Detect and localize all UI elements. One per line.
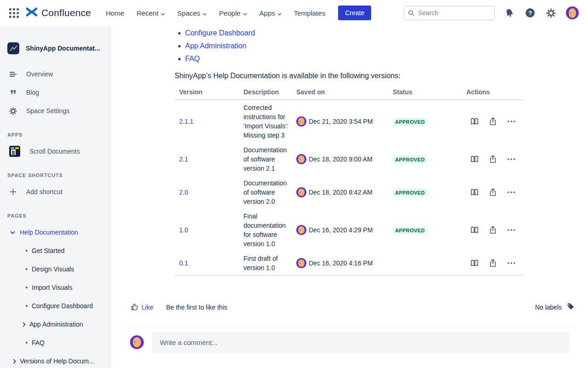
- sidebar-item-overview[interactable]: Overview: [0, 65, 110, 83]
- page-tree-get-started[interactable]: Get Started: [0, 242, 110, 260]
- export-share-icon[interactable]: [488, 225, 498, 235]
- space-sidebar: ShinyApp Documentat... Overview Blog Spa…: [0, 26, 111, 368]
- version-link[interactable]: 0.1: [179, 259, 188, 267]
- versions-table: Version Description Saved on Status Acti…: [175, 88, 524, 276]
- notifications-bell-icon[interactable]: [504, 7, 515, 18]
- like-button[interactable]: Like: [130, 303, 153, 312]
- toc-link-app-administration[interactable]: App Administration: [185, 42, 246, 50]
- table-row: 2.1.1 Corrected instructions for 'Import…: [175, 100, 524, 143]
- version-link[interactable]: 2.0: [179, 189, 188, 196]
- chevron-down-icon: [243, 9, 247, 17]
- confluence-logo[interactable]: Confluence: [26, 6, 91, 20]
- like-label: Like: [141, 304, 153, 311]
- read-view-book-icon[interactable]: [470, 117, 479, 126]
- page-tree-design-visuals[interactable]: Design Visuals: [0, 260, 110, 278]
- toc-item: FAQ: [178, 52, 255, 65]
- more-actions-ellipsis-icon[interactable]: [507, 188, 516, 197]
- more-actions-ellipsis-icon[interactable]: [507, 225, 516, 235]
- nav-recent[interactable]: Recent: [136, 9, 165, 17]
- page-content: Configure Dashboard App Administration F…: [111, 26, 588, 368]
- primary-nav: Home Recent Spaces People Apps Templates: [106, 9, 325, 17]
- saved-on-date: Dec 16, 2020 4:29 PM: [309, 226, 373, 234]
- plus-icon: [9, 187, 17, 196]
- app-switcher-icon[interactable]: [8, 7, 19, 18]
- more-actions-ellipsis-icon[interactable]: [507, 259, 516, 268]
- page-tree-import-visuals[interactable]: Import Visuals: [0, 278, 110, 297]
- author-avatar[interactable]: [296, 154, 306, 164]
- more-actions-ellipsis-icon[interactable]: [507, 155, 516, 164]
- space-name: ShinyApp Documentat...: [26, 45, 100, 52]
- bullet-dot: [26, 305, 28, 307]
- add-shortcut-button[interactable]: Add shortcut: [0, 183, 110, 201]
- gear-icon: [9, 107, 17, 115]
- nav-spaces[interactable]: Spaces: [177, 9, 207, 17]
- author-avatar[interactable]: [296, 258, 306, 268]
- table-header-row: Version Description Saved on Status Acti…: [175, 88, 524, 100]
- chevron-right-icon[interactable]: [23, 322, 26, 327]
- page-tree-help-documentation[interactable]: Help Documentation: [0, 223, 110, 242]
- version-link[interactable]: 2.1: [179, 155, 188, 163]
- read-view-book-icon[interactable]: [470, 225, 479, 235]
- read-view-book-icon[interactable]: [470, 155, 479, 164]
- sidebar-item-label: Space Settings: [26, 107, 69, 115]
- sidebar-item-label: Scroll Documents: [29, 148, 80, 155]
- export-share-icon[interactable]: [488, 188, 498, 197]
- table-body: 2.1.1 Corrected instructions for 'Import…: [175, 100, 524, 276]
- sidebar-item-blog[interactable]: Blog: [0, 83, 110, 102]
- sidebar-nav: Overview Blog Space Settings: [0, 65, 110, 120]
- table-row: 2.0 Documentation of software version 2.…: [175, 176, 524, 209]
- bullet-dot: [26, 342, 28, 344]
- col-header-status: Status: [388, 88, 462, 96]
- comment-section-divider: [124, 328, 575, 328]
- labels-text: No labels: [535, 304, 562, 311]
- chevron-down-icon: [203, 9, 207, 17]
- nav-people[interactable]: People: [219, 9, 247, 17]
- export-share-icon[interactable]: [488, 259, 498, 268]
- read-view-book-icon[interactable]: [470, 188, 479, 197]
- thumbs-up-icon: [130, 303, 139, 312]
- labels-group[interactable]: No labels: [535, 303, 574, 312]
- sidebar-item-label: Overview: [26, 70, 53, 78]
- like-and-labels-row: Like Be the first to like this No labels: [124, 301, 574, 314]
- svg-text:?: ?: [528, 10, 532, 17]
- row-actions: [462, 259, 524, 268]
- read-view-book-icon[interactable]: [470, 259, 479, 268]
- author-avatar[interactable]: [296, 187, 306, 197]
- sidebar-item-scroll-documents[interactable]: Scroll Documents: [0, 142, 110, 161]
- settings-gear-icon[interactable]: [545, 7, 556, 18]
- export-share-icon[interactable]: [488, 117, 498, 126]
- table-row: 1.0 Final documentation for software ver…: [175, 209, 524, 251]
- help-icon[interactable]: ?: [525, 7, 536, 18]
- page-tree-versions-of-help-doc[interactable]: Versions of Help Docum...: [0, 352, 110, 368]
- more-actions-ellipsis-icon[interactable]: [507, 117, 516, 126]
- row-actions: [462, 117, 524, 126]
- create-button[interactable]: Create: [338, 6, 371, 20]
- version-description: Documentation of software version 2.0: [239, 178, 292, 206]
- page-link-label: Help Documentation: [20, 229, 78, 236]
- page-tree-configure-dashboard[interactable]: Configure Dashboard: [0, 297, 110, 315]
- author-avatar[interactable]: [296, 116, 306, 126]
- toc-link-faq[interactable]: FAQ: [185, 55, 200, 63]
- user-avatar[interactable]: [566, 6, 579, 19]
- nav-templates[interactable]: Templates: [294, 9, 325, 17]
- comment-input[interactable]: [152, 332, 570, 353]
- toc-link-configure-dashboard[interactable]: Configure Dashboard: [185, 29, 255, 37]
- sidebar-item-space-settings[interactable]: Space Settings: [0, 102, 110, 120]
- version-link[interactable]: 2.1.1: [179, 118, 193, 125]
- page-tree-faq[interactable]: FAQ: [0, 334, 110, 352]
- nav-home[interactable]: Home: [106, 9, 124, 17]
- overview-lines-icon: [9, 70, 17, 78]
- author-avatar[interactable]: [296, 225, 306, 235]
- chevron-down-icon: [277, 9, 282, 17]
- chevron-right-icon[interactable]: [13, 359, 17, 364]
- export-share-icon[interactable]: [488, 155, 498, 164]
- row-actions: [462, 155, 524, 164]
- version-link[interactable]: 1.0: [179, 226, 188, 234]
- search-input[interactable]: [404, 6, 495, 20]
- page-tree-app-administration[interactable]: App Administration: [0, 315, 110, 334]
- chevron-down-icon[interactable]: [10, 229, 15, 236]
- space-header[interactable]: ShinyApp Documentat...: [0, 26, 110, 54]
- saved-on-cell: Dec 21, 2020 3:54 PM: [296, 116, 388, 126]
- nav-apps[interactable]: Apps: [260, 9, 282, 17]
- table-row: 0.1 First draft of version 1.0 Dec 16, 2…: [175, 251, 524, 275]
